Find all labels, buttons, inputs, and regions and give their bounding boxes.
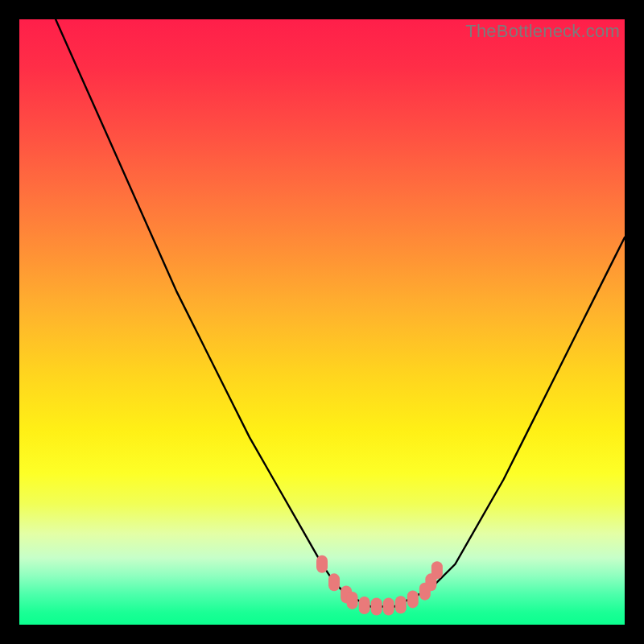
highlight-markers (19, 19, 625, 625)
plot-area: TheBottleneck.com (19, 19, 625, 625)
watermark-text: TheBottleneck.com (465, 21, 620, 42)
chart-frame: TheBottleneck.com (0, 0, 644, 644)
marker-point (431, 561, 443, 579)
marker-point (371, 597, 382, 615)
marker-point (316, 555, 328, 573)
marker-point (359, 597, 370, 614)
marker-point (328, 573, 340, 591)
marker-point (395, 596, 407, 613)
marker-point (347, 592, 358, 609)
marker-point (407, 590, 419, 608)
marker-point (383, 597, 394, 615)
